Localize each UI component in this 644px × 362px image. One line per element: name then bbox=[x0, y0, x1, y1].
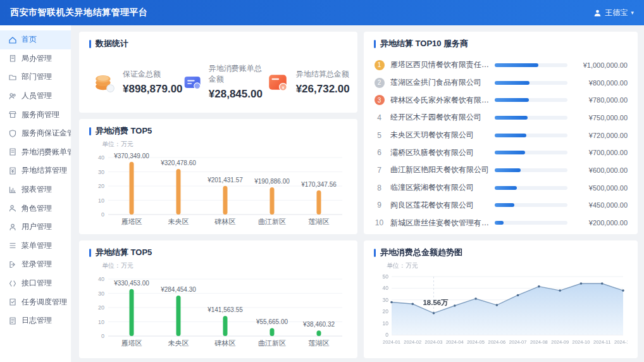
sidebar-item-label: 角色管理 bbox=[22, 203, 52, 214]
vendor-bar-fill bbox=[495, 81, 529, 85]
consume-top5-bar-chart: 010203040¥370,349.00雁塔区¥320,478.60未央区¥20… bbox=[89, 149, 347, 230]
svg-text:2024-05: 2024-05 bbox=[467, 339, 485, 345]
top10-row: 7曲江新区艳阳天餐饮有限公司¥600,000.00 bbox=[374, 161, 628, 179]
sidebar-item-label: 首页 bbox=[22, 34, 37, 45]
rank-medal-icon: 2 bbox=[375, 78, 385, 88]
stats-card: 数据统计 保证金总额¥898,879.00异地消费账单总金额¥28,845.00… bbox=[79, 32, 357, 113]
settle-top5-bar-chart: 010203040¥330,453.00雁塔区¥284,454.30未央区¥14… bbox=[89, 270, 347, 351]
title-accent-bar bbox=[89, 127, 91, 135]
svg-text:雁塔区: 雁塔区 bbox=[121, 339, 142, 347]
svg-text:30: 30 bbox=[383, 297, 389, 303]
sidebar-item-settle[interactable]: 异地结算管理 bbox=[0, 161, 71, 180]
sidebar-item-label: 菜单管理 bbox=[22, 240, 52, 251]
vendor-bar-track bbox=[495, 134, 567, 137]
sidebar-item-label: 日志管理 bbox=[22, 315, 52, 326]
axis-unit-label: 单位：万元 bbox=[102, 140, 347, 149]
svg-text:0: 0 bbox=[101, 211, 104, 218]
shield-icon bbox=[8, 129, 17, 138]
top10-title-text: 异地结算 TOP10 服务商 bbox=[380, 38, 468, 49]
vendor-bar-track bbox=[495, 203, 567, 207]
sidebar-item-shop[interactable]: 服务商管理 bbox=[0, 105, 71, 124]
bill-icon bbox=[183, 71, 202, 94]
sidebar-item-task[interactable]: 任务调度管理 bbox=[0, 292, 71, 311]
svg-text:2024-03: 2024-03 bbox=[425, 339, 443, 345]
settle-card-title: 异地结算 TOP5 bbox=[89, 247, 347, 258]
sidebar-item-role[interactable]: 角色管理 bbox=[0, 199, 71, 218]
vendor-bar-fill bbox=[495, 221, 504, 225]
sidebar-item-login[interactable]: 登录管理 bbox=[0, 255, 71, 274]
app-header: 西安市智联机关异地结算管理平台 王德宝 ▾ bbox=[0, 0, 644, 25]
stat-label: 异地结算总金额 bbox=[296, 69, 350, 80]
shop-icon bbox=[8, 110, 17, 119]
api-icon bbox=[8, 279, 17, 288]
sidebar-item-label: 异地消费账单管理 bbox=[22, 147, 71, 158]
sidebar-item-api[interactable]: 接口管理 bbox=[0, 274, 71, 293]
sidebar-item-shield[interactable]: 服务商保证金管理 bbox=[0, 124, 71, 143]
settle-top5-card: 异地结算 TOP5 单位：万元 010203040¥330,453.00雁塔区¥… bbox=[79, 240, 357, 358]
svg-text:20: 20 bbox=[98, 304, 104, 311]
title-accent-bar bbox=[374, 249, 376, 257]
svg-text:40: 40 bbox=[98, 154, 104, 161]
coins-icon bbox=[93, 71, 116, 94]
trend-area-chart: 0102030405018.56万2024-012024-022024-0320… bbox=[374, 270, 628, 351]
top10-row: 4经开区木子园餐饮有限公司¥750,000.00 bbox=[374, 109, 628, 127]
sidebar-item-dept[interactable]: 部门管理 bbox=[0, 68, 71, 87]
svg-text:¥370,349.00: ¥370,349.00 bbox=[113, 153, 149, 159]
vendor-amount: ¥600,000.00 bbox=[573, 166, 628, 174]
stat-value: ¥898,879.00 bbox=[123, 83, 183, 96]
vendor-name: 未央区天玥餐饮有限公司 bbox=[390, 130, 489, 140]
vendor-name: 曲江新区艳阳天餐饮有限公司 bbox=[390, 165, 489, 175]
stats-card-title: 数据统计 bbox=[89, 38, 347, 49]
svg-text:¥330,453.00: ¥330,453.00 bbox=[113, 280, 149, 287]
dept-icon bbox=[8, 73, 17, 82]
sidebar-item-label: 人员管理 bbox=[22, 91, 52, 101]
user-icon bbox=[8, 223, 17, 232]
stat-label: 保证金总额 bbox=[123, 69, 183, 80]
sidebar-item-menu[interactable]: 菜单管理 bbox=[0, 237, 71, 256]
task-icon bbox=[8, 297, 17, 306]
vendor-bar-track bbox=[495, 151, 567, 154]
sidebar-item-log[interactable]: 日志管理 bbox=[0, 311, 71, 330]
svg-text:碑林区: 碑林区 bbox=[214, 218, 236, 225]
sidebar-item-label: 登录管理 bbox=[22, 259, 52, 270]
svg-text:雁塔区: 雁塔区 bbox=[121, 218, 142, 225]
sidebar-item-office[interactable]: 局办管理 bbox=[0, 49, 71, 68]
rank-number: 9 bbox=[377, 201, 381, 209]
sidebar-item-label: 任务调度管理 bbox=[22, 297, 67, 308]
home-icon bbox=[8, 35, 17, 44]
user-name: 王德宝 bbox=[605, 8, 628, 18]
sidebar-item-home[interactable]: 首页 bbox=[0, 30, 71, 49]
role-icon bbox=[8, 204, 17, 213]
sidebar-item-report[interactable]: 报表管理 bbox=[0, 180, 71, 199]
vendor-bar-track bbox=[495, 81, 567, 85]
svg-text:30: 30 bbox=[98, 169, 104, 175]
svg-text:2024-12: 2024-12 bbox=[614, 339, 628, 345]
top10-card: 异地结算 TOP10 服务商 1雁塔区西贝情餐饮有限责任公司¥1,000,000… bbox=[364, 32, 638, 234]
svg-text:2024-01: 2024-01 bbox=[383, 339, 400, 345]
user-menu[interactable]: 王德宝 ▾ bbox=[593, 8, 634, 18]
rank-medal-icon: 1 bbox=[375, 60, 385, 70]
sidebar-item-receipt[interactable]: 异地消费账单管理 bbox=[0, 143, 71, 162]
rank-number: 7 bbox=[377, 166, 381, 175]
svg-text:2024-07: 2024-07 bbox=[509, 339, 527, 345]
svg-text:2024-06: 2024-06 bbox=[488, 339, 505, 345]
sidebar-item-people[interactable]: 人员管理 bbox=[0, 87, 71, 106]
svg-text:碑林区: 碑林区 bbox=[214, 339, 236, 347]
vendor-name: 经开区木子园餐饮有限公司 bbox=[390, 112, 489, 123]
svg-text:20: 20 bbox=[98, 183, 104, 189]
vendor-bar-track bbox=[495, 98, 567, 102]
vendor-amount: ¥200,000.00 bbox=[573, 219, 628, 227]
svg-text:¥201,431.57: ¥201,431.57 bbox=[207, 177, 243, 184]
log-icon bbox=[8, 316, 17, 325]
vendor-bar-track bbox=[495, 63, 567, 67]
top10-row: 9阎良区莲花餐饮有限公司¥450,000.00 bbox=[374, 197, 628, 215]
main-content: 数据统计 保证金总额¥898,879.00异地消费账单总金额¥28,845.00… bbox=[71, 25, 644, 362]
vendor-bar-fill bbox=[495, 63, 538, 67]
trend-title-text: 异地消费总金额趋势图 bbox=[380, 247, 462, 258]
svg-text:¥170,347.56: ¥170,347.56 bbox=[300, 181, 337, 188]
stat-item-wallet: ¥异地结算总金额¥26,732.00 bbox=[266, 63, 350, 101]
svg-text:2024-08: 2024-08 bbox=[530, 339, 548, 345]
vendor-amount: ¥500,000.00 bbox=[573, 184, 628, 192]
sidebar-item-user[interactable]: 用户管理 bbox=[0, 218, 71, 237]
top10-row: 8临潼区紫湘餐饮有限公司¥500,000.00 bbox=[374, 179, 628, 197]
